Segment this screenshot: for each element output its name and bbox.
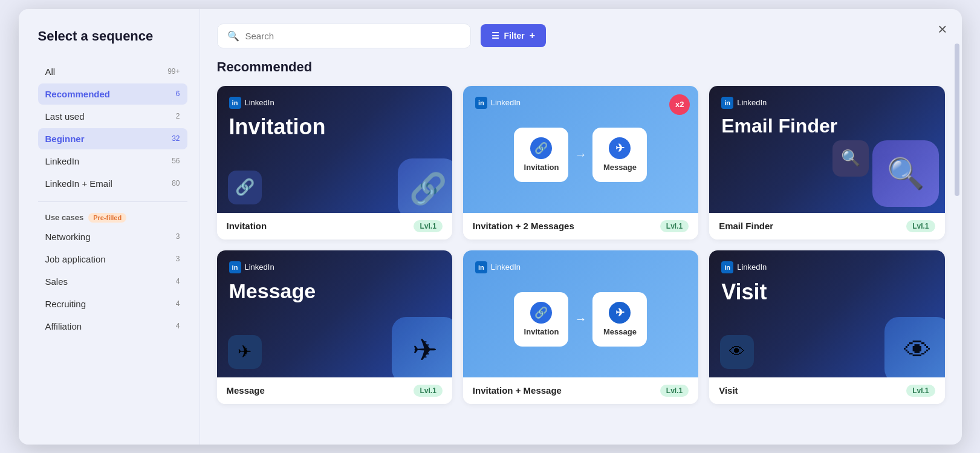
sidebar: Select a sequence All 99+ Recommended 6 … <box>19 9 200 445</box>
linkedin-icon-3: in <box>721 97 733 109</box>
inv2-step2-icon: ✈ <box>609 137 631 159</box>
sidebar-item-recruiting[interactable]: Recruiting 4 <box>38 293 187 314</box>
card-invitation-big-text: Invitation <box>229 115 326 139</box>
card-visit-brand-label: LinkedIn <box>737 262 767 272</box>
linkedin-icon-6: in <box>721 261 733 273</box>
card-visit-title: Visit <box>719 385 738 396</box>
sidebar-item-networking[interactable]: Networking 3 <box>38 226 187 247</box>
sidebar-item-last-used-badge: 2 <box>176 112 180 120</box>
sidebar-item-beginner[interactable]: Beginner 32 <box>38 128 187 149</box>
card-inv2-footer: Invitation + 2 Messages Lvl.1 <box>463 213 698 240</box>
sidebar-item-sales-label: Sales <box>45 276 68 287</box>
sidebar-item-affiliation[interactable]: Affiliation 4 <box>38 316 187 337</box>
card-email-level: Lvl.1 <box>906 220 935 232</box>
card-inv2-level: Lvl.1 <box>660 220 689 232</box>
card-invitation-title: Invitation <box>227 221 267 231</box>
card-invitation-brand-label: LinkedIn <box>245 98 274 107</box>
card-invmsg-brand-label: LinkedIn <box>491 262 521 272</box>
card-visit-image: in LinkedIn Visit 👁 👁 <box>709 250 944 377</box>
card-invitation-small-icon: 🔗 <box>228 171 262 204</box>
card-email-title: Email Finder <box>719 221 773 231</box>
section-title: Recommended <box>217 59 945 75</box>
search-box[interactable]: 🔍 <box>217 24 471 48</box>
sidebar-item-job-application[interactable]: Job application 3 <box>38 249 187 270</box>
invmsg-step1: 🔗 Invitation <box>514 292 568 347</box>
card-email-brand-label: LinkedIn <box>737 98 767 107</box>
visit-small-icon: 👁 <box>720 335 754 369</box>
card-invmsg-brand: in LinkedIn <box>475 261 521 273</box>
search-input[interactable] <box>245 31 461 41</box>
card-inv2-title: Invitation + 2 Messages <box>473 221 574 231</box>
card-invitation-brand: in LinkedIn <box>229 97 274 109</box>
card-message-footer: Message Lvl.1 <box>217 377 452 404</box>
card-visit-level: Lvl.1 <box>906 385 935 397</box>
pre-filled-badge: Pre-filled <box>88 213 126 223</box>
sidebar-item-last-used-label: Last used <box>45 111 85 122</box>
search-icon: 🔍 <box>227 30 239 42</box>
card-message[interactable]: in LinkedIn Message ✈ ✈ Message Lvl.1 <box>217 250 452 404</box>
select-sequence-modal: Select a sequence All 99+ Recommended 6 … <box>19 9 962 445</box>
filter-plus-icon: + <box>530 30 535 41</box>
invmsg-step2: ✈ Message <box>592 292 647 347</box>
inv2-step2-label: Message <box>603 163 637 172</box>
sidebar-item-linkedin-badge: 56 <box>172 157 180 165</box>
card-invmsg-title: Invitation + Message <box>473 385 562 396</box>
sidebar-item-recommended[interactable]: Recommended 6 <box>38 83 187 105</box>
sidebar-item-sales-badge: 4 <box>176 277 180 285</box>
sidebar-item-linkedin-email[interactable]: LinkedIn + Email 80 <box>38 173 187 194</box>
sidebar-item-linkedin-label: LinkedIn <box>45 156 80 166</box>
sidebar-item-linkedin[interactable]: LinkedIn 56 <box>38 151 187 172</box>
card-inv2-brand-label: LinkedIn <box>491 98 521 107</box>
sidebar-divider <box>38 201 187 202</box>
use-cases-label: Use cases <box>45 213 84 222</box>
sidebar-item-last-used[interactable]: Last used 2 <box>38 106 187 127</box>
sidebar-item-recommended-label: Recommended <box>45 89 111 99</box>
card-invmsg[interactable]: in LinkedIn 🔗 Invitation → ✈ Message <box>463 250 698 404</box>
card-invitation[interactable]: in LinkedIn Invitation 🔗 🔗 Invitation Lv… <box>217 86 452 240</box>
card-visit-brand: in LinkedIn <box>721 261 767 273</box>
scrollbar-thumb[interactable] <box>955 44 959 196</box>
card-email-image: in LinkedIn Email Finder 🔍 🔍 <box>709 86 944 213</box>
linkedin-icon-5: in <box>475 261 487 273</box>
sidebar-item-job-application-badge: 3 <box>176 255 180 263</box>
card-email[interactable]: in LinkedIn Email Finder 🔍 🔍 Email Finde… <box>709 86 944 240</box>
sidebar-item-linkedin-email-label: LinkedIn + Email <box>45 178 112 189</box>
filter-icon: ☰ <box>492 31 499 41</box>
main-header: 🔍 ☰ Filter + <box>217 24 945 48</box>
invmsg-arrow: → <box>574 312 586 326</box>
sidebar-item-networking-label: Networking <box>45 232 91 242</box>
card-message-level: Lvl.1 <box>414 385 442 397</box>
inv2-arrow: → <box>574 148 586 161</box>
card-visit-footer: Visit Lvl.1 <box>709 377 944 404</box>
card-inv2[interactable]: in LinkedIn x2 🔗 Invitation → ✈ Message <box>463 86 698 240</box>
card-message-image: in LinkedIn Message ✈ ✈ <box>217 250 452 377</box>
card-invmsg-level: Lvl.1 <box>660 385 689 397</box>
card-message-title: Message <box>227 385 265 396</box>
invmsg-steps: 🔗 Invitation → ✈ Message <box>514 292 647 347</box>
card-email-brand: in LinkedIn <box>721 97 767 109</box>
close-button[interactable]: × <box>938 21 947 37</box>
sidebar-item-affiliation-badge: 4 <box>176 322 180 330</box>
inv2-step1-icon: 🔗 <box>530 137 552 159</box>
visit-large-icon: 👁 <box>884 317 945 377</box>
linkedin-icon-4: in <box>229 261 241 273</box>
card-invitation-large-icon: 🔗 <box>398 158 452 213</box>
email-search-large-icon: 🔍 <box>872 140 939 207</box>
card-inv2-image: in LinkedIn x2 🔗 Invitation → ✈ Message <box>463 86 698 213</box>
filter-label: Filter <box>504 31 525 41</box>
linkedin-icon: in <box>229 97 241 109</box>
sidebar-item-recruiting-badge: 4 <box>176 299 180 308</box>
card-visit[interactable]: in LinkedIn Visit 👁 👁 Visit Lvl.1 <box>709 250 944 404</box>
card-message-big-text: Message <box>229 279 316 303</box>
card-invitation-image: in LinkedIn Invitation 🔗 🔗 <box>217 86 452 213</box>
card-invmsg-image: in LinkedIn 🔗 Invitation → ✈ Message <box>463 250 698 377</box>
sidebar-item-sales[interactable]: Sales 4 <box>38 271 187 292</box>
sidebar-item-all-badge: 99+ <box>167 67 180 76</box>
scrollbar-track <box>955 9 959 445</box>
invmsg-step1-icon: 🔗 <box>530 302 552 324</box>
email-finder-icons: 🔍 🔍 <box>832 140 939 207</box>
card-invmsg-footer: Invitation + Message Lvl.1 <box>463 377 698 404</box>
sidebar-item-all[interactable]: All 99+ <box>38 61 187 82</box>
filter-button[interactable]: ☰ Filter + <box>481 24 547 47</box>
inv2-step1-label: Invitation <box>524 163 559 172</box>
